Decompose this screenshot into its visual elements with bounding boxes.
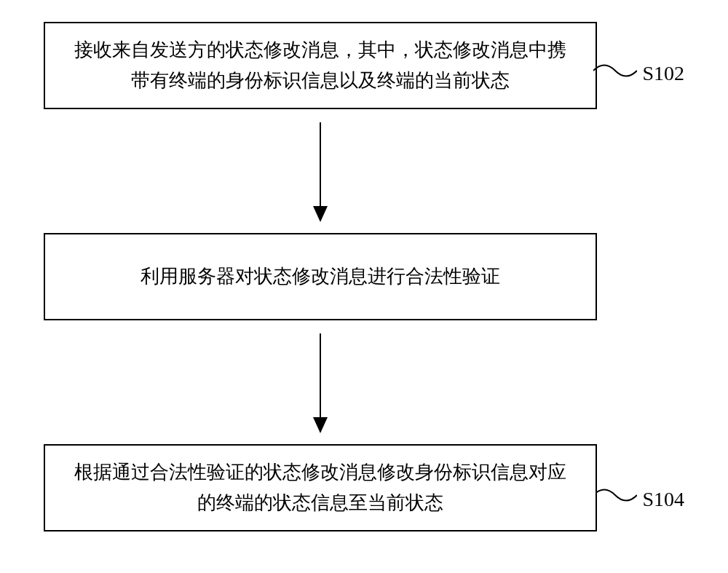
process-text-1: 接收来自发送方的状态修改消息，其中，状态修改消息中携带有终端的身份标识信息以及终… — [67, 35, 574, 95]
step-row-2: 利用服务器对状态修改消息进行合法性验证 S104 — [44, 233, 684, 320]
process-text-3: 根据通过合法性验证的状态修改消息修改身份标识信息对应的终端的状态信息至当前状态 — [67, 457, 574, 518]
step-row-3: 根据通过合法性验证的状态修改消息修改身份标识信息对应的终端的状态信息至当前状态 … — [44, 444, 684, 531]
process-box-1: 接收来自发送方的状态修改消息，其中，状态修改消息中携带有终端的身份标识信息以及终… — [44, 22, 597, 109]
arrow-line-2 — [320, 333, 321, 432]
arrow-2 — [44, 320, 597, 444]
arrow-line-1 — [320, 122, 321, 221]
arrow-head-2 — [313, 417, 328, 433]
process-box-3: 根据通过合法性验证的状态修改消息修改身份标识信息对应的终端的状态信息至当前状态 — [44, 444, 597, 531]
process-text-2: 利用服务器对状态修改消息进行合法性验证 — [141, 261, 500, 292]
step-label-1: S102 — [642, 62, 684, 85]
process-box-2: 利用服务器对状态修改消息进行合法性验证 — [44, 233, 597, 320]
flowchart-diagram: 接收来自发送方的状态修改消息，其中，状态修改消息中携带有终端的身份标识信息以及终… — [44, 22, 684, 531]
arrow-1 — [44, 109, 597, 233]
arrow-head-1 — [313, 206, 328, 222]
step-row-1: 接收来自发送方的状态修改消息，其中，状态修改消息中携带有终端的身份标识信息以及终… — [44, 22, 684, 109]
connector-curve-1 — [593, 60, 637, 82]
